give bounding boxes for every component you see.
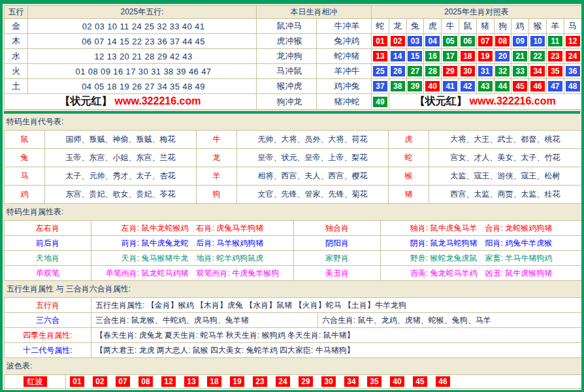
number-chip: 13	[373, 51, 387, 61]
number-cell: 38	[389, 79, 406, 94]
number-chip: 22	[530, 51, 545, 61]
element-row: 木06 07 14 15 22 23 36 37 44 45虎冲猴兔冲鸡0102…	[5, 34, 582, 49]
code-desc-cell: 无帅、大将、员外、大将、荷花	[237, 131, 389, 149]
number-cell: 35	[546, 64, 564, 79]
code-table-row: 兔玉帝、东宫、小姐、东宫、兰花龙皇帝、状元、皇帝、上帝、梨花蛇宫女、才人、美女、…	[5, 149, 582, 167]
code-zodiac-cell: 鼠	[5, 131, 45, 149]
number-cell: 36	[564, 64, 581, 79]
wave-number-chip: 30	[321, 376, 336, 387]
number-chip: 24	[566, 51, 580, 61]
attr-content-cell: 吉美: 兔龙蛇马羊鸡 凶丑: 鼠牛虎猴狗猪	[381, 266, 582, 281]
code-desc-cell: 文官、先锋、管家、先锋、菊花	[237, 186, 389, 204]
code-desc-cell: 相将、西宫、夫人、西宫、樱花	[237, 167, 389, 186]
number-cell: 05	[442, 34, 459, 49]
attr-table-row: 左右肖左肖: 鼠牛龙蛇猴鸡 右肖: 虎兔马羊狗猪独合肖独肖: 鼠牛虎兔马羊 合肖…	[5, 221, 582, 236]
banner: 【状元红】www.322216.com	[389, 94, 581, 110]
wave-color-table-body: 红波0102070812131819232429303435404546蓝波03…	[5, 375, 582, 392]
wave-number-chip: 18	[207, 376, 221, 387]
number-chip: 41	[443, 81, 457, 91]
code-desc-cell: 大将、大王、武士、都督、桃花	[429, 131, 582, 149]
number-chip: 09	[513, 36, 527, 46]
element-row: 水12 13 20 21 28 29 42 43龙冲狗蛇冲猪1314151617…	[5, 49, 582, 64]
number-chip: 34	[530, 66, 545, 76]
number-cell: 22	[529, 49, 547, 64]
wave-number-chip: 19	[230, 376, 244, 387]
wuxing-label-cell: 十二代号属性:	[5, 343, 91, 358]
wave-row: 蓝波03040910141520252631363741424748	[5, 389, 582, 392]
attr-content-cell: 阴肖: 鼠龙马蛇狗猪 阳肖: 鸡兔牛羊虎猴	[381, 236, 582, 251]
number-chip: 19	[478, 51, 493, 61]
wuxing-column-header: 五行	[5, 6, 28, 19]
clash-cell: 羊冲牛	[317, 64, 372, 79]
clash-cell: 虎冲猴	[257, 34, 317, 49]
code-desc-cell: 玉帝、东宫、小姐、东宫、兰花	[45, 149, 197, 167]
site-link[interactable]: www.322216.com	[115, 95, 201, 106]
number-chip: 48	[566, 81, 580, 91]
wave-number-chip: 13	[184, 376, 199, 387]
number-cell: 29	[442, 64, 459, 79]
number-cell: 14	[389, 49, 406, 64]
number-chip: 10	[530, 36, 545, 46]
wave-number-chip: 02	[93, 376, 107, 387]
site-link[interactable]: www.322216.com	[470, 95, 556, 106]
number-chip: 45	[513, 81, 527, 91]
clash-cell: 龙冲狗	[257, 49, 317, 64]
element-row: 金02 03 10 11 24 25 32 33 40 41鼠冲马牛冲羊蛇龙兔虎…	[5, 19, 582, 34]
number-chip: 37	[373, 81, 387, 91]
code-desc-cell: 太监、寇王、游侠、寇王、松树	[429, 167, 582, 186]
zodiac-header-cell: 虎	[424, 19, 442, 34]
attr-label-cell: 独合肖	[294, 221, 381, 236]
number-cell: 10	[529, 34, 547, 49]
number-cell: 11	[546, 34, 564, 49]
number-cell: 06	[459, 34, 476, 49]
wave-numbers-cell: 0102070812131819232429303435404546	[66, 375, 582, 389]
code-desc-cell: 宫女、才人、美女、太子、竹花	[429, 149, 582, 167]
number-cell: 37	[372, 79, 389, 94]
brand-text: 【状元红】	[60, 95, 112, 106]
zodiac-code-table-body: 鼠国师、叛贼、神偷、叛贼、梅花牛无帅、大将、员外、大将、荷花虎大将、大王、武士、…	[5, 131, 582, 204]
wave-number-chip: 07	[116, 376, 130, 387]
element-name-cell: 土	[5, 79, 28, 94]
zodiac-header-cell: 马	[564, 19, 581, 34]
clash-cell: 狗冲龙	[257, 94, 317, 110]
number-cell: 23	[546, 49, 564, 64]
number-cell: 25	[372, 64, 389, 79]
number-cell: 49	[372, 94, 389, 110]
number-chip: 17	[443, 51, 457, 61]
zodiac-header-cell: 猴	[529, 19, 547, 34]
number-chip: 21	[513, 51, 527, 61]
number-chip: 11	[548, 36, 562, 46]
number-cell: 07	[476, 34, 494, 49]
wuxing-content-cell: 【春天生肖: 虎兔龙 夏天生肖: 蛇马羊 秋天生肖: 猴狗鸡 冬天生肖: 鼠牛猪…	[91, 328, 582, 343]
code-zodiac-cell: 羊	[197, 167, 237, 186]
zodiac-header-cell: 蛇	[372, 19, 389, 34]
zodiac-header-cell: 兔	[406, 19, 424, 34]
number-cell: 39	[406, 79, 424, 94]
code-desc-cell: 皇帝、状元、皇帝、上帝、梨花	[237, 149, 389, 167]
attr-table-row: 前后肖前肖: 鼠牛虎兔龙蛇 后肖: 马羊猴鸡狗猪阴阳肖阴肖: 鼠龙马蛇狗猪 阳肖…	[5, 236, 582, 251]
clash-cell: 猪冲蛇	[317, 94, 372, 110]
number-chip: 04	[425, 36, 440, 46]
number-cell: 16	[424, 49, 442, 64]
wuxing-row: 五行肖五行生肖属性: 【金肖】猴鸡 【木肖】虎兔 【水肖】鼠猪 【火肖】蛇马 【…	[5, 298, 582, 313]
banner: 【状元红】www.322216.com	[5, 94, 257, 110]
attr-label-cell: 美丑肖	[294, 266, 381, 281]
wave-number-chip: 12	[161, 376, 176, 387]
code-zodiac-cell: 兔	[5, 149, 45, 167]
number-cell: 20	[494, 49, 511, 64]
number-chip: 05	[443, 36, 457, 46]
number-chip: 40	[425, 81, 440, 91]
number-cell: 18	[459, 49, 476, 64]
attr-content-cell: 天肖: 兔马猴猪牛龙 地肖: 蛇羊鸡狗鼠虎	[91, 251, 294, 266]
number-cell: 12	[564, 34, 581, 49]
zodiac-attr-table-body: 左右肖左肖: 鼠牛龙蛇猴鸡 右肖: 虎兔马羊狗猪独合肖独肖: 鼠牛虎兔马羊 合肖…	[5, 221, 582, 281]
number-chip: 08	[495, 36, 510, 46]
number-chip: 15	[408, 51, 422, 61]
attr-table-title: 特码生肖属性表:	[4, 204, 580, 219]
number-cell: 19	[476, 49, 494, 64]
number-chip: 35	[548, 66, 562, 76]
element-name-cell: 水	[5, 49, 28, 64]
wuxing-label-cell: 四季生肖属性:	[5, 328, 91, 343]
zodiac-header-cell: 猪	[476, 19, 494, 34]
wuxing-label-cell: 五行肖	[5, 298, 91, 313]
